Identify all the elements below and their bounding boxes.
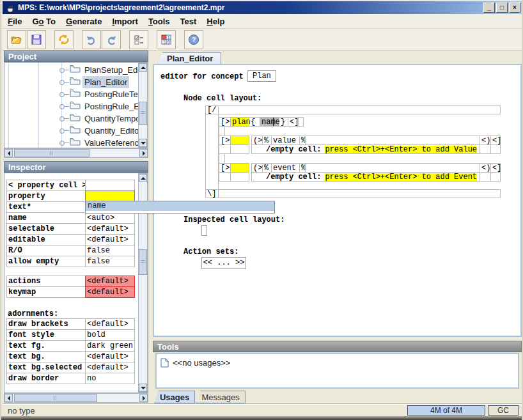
root-open-cell[interactable]: [/ <box>205 105 219 114</box>
tree-connector-icon[interactable] <box>59 116 65 121</box>
inspector-row[interactable]: keymap<default> <box>6 286 135 298</box>
tab-usages[interactable]: Usages <box>154 391 195 403</box>
percent-cell[interactable]: % <box>262 136 272 145</box>
action-sets-cell[interactable]: << ... >> <box>201 257 246 269</box>
help-button[interactable]: ? <box>184 30 203 49</box>
scroll-thumb[interactable] <box>139 102 147 125</box>
inspector-row[interactable]: actions<default> <box>6 276 135 287</box>
event-link-cell[interactable]: event <box>271 163 300 173</box>
empty-cell[interactable] <box>490 144 501 154</box>
tree-connector-icon[interactable] <box>59 104 65 109</box>
project-tree-vscrollbar[interactable] <box>138 63 148 148</box>
tree-connector-icon[interactable] <box>59 68 65 73</box>
collection-close-cell[interactable]: <] <box>490 136 501 145</box>
inspector-hscrollbar[interactable] <box>4 393 148 403</box>
project-tree-hscrollbar[interactable] <box>4 148 148 158</box>
empty-cell[interactable] <box>230 144 249 154</box>
empty-cell[interactable] <box>305 163 480 173</box>
close-button[interactable]: × <box>509 3 520 13</box>
title-bar[interactable]: MPS: E:\work\MPS\projects\agreement2\agr… <box>3 1 522 14</box>
redo-button[interactable] <box>102 30 121 49</box>
inspector-row[interactable]: < property cell > <box>6 180 135 191</box>
brace-open-cell[interactable]: { <box>249 117 260 127</box>
tree-connector-icon[interactable] <box>59 141 65 146</box>
child-collection-open-cell[interactable]: (> <box>251 136 263 145</box>
name-property-cell[interactable]: name <box>260 117 279 127</box>
child-collection-close-cell[interactable]: <) <box>480 163 491 173</box>
save-button[interactable] <box>27 30 46 49</box>
empty-cell[interactable] <box>219 153 225 164</box>
concept-name-cell[interactable]: Plan <box>247 70 276 82</box>
menu-tools[interactable]: Tools <box>143 17 175 26</box>
inspector-row[interactable]: name<auto> <box>6 212 135 224</box>
inspector-row[interactable]: text bg.selected<default> <box>6 362 135 373</box>
tree-connector-icon[interactable] <box>59 128 65 134</box>
actions-value-cell[interactable]: <default> <box>85 276 135 287</box>
scroll-right-button[interactable] <box>139 149 148 157</box>
tab-plan-editor[interactable]: Plan_Editor <box>157 52 221 65</box>
menu-goto[interactable]: Go To <box>27 17 61 26</box>
collection-open-cell[interactable]: [> <box>219 117 231 127</box>
empty-cell[interactable] <box>305 136 480 145</box>
tree-connector-icon[interactable] <box>59 80 65 85</box>
tree-item[interactable]: PostingRule_Edit <box>4 100 148 113</box>
node-cell-layout-table[interactable]: [/ [> plan { name } <] [> <box>205 105 501 198</box>
empty-cell[interactable] <box>218 189 501 198</box>
scroll-up-button[interactable] <box>139 174 147 182</box>
value-link-cell[interactable]: value <box>271 136 300 145</box>
tree-item[interactable]: PlanSetup_Edito <box>4 64 148 76</box>
scroll-up-button[interactable] <box>139 63 147 72</box>
empty-yellow-cell[interactable] <box>230 136 249 145</box>
child-collection-open-cell[interactable]: (> <box>251 163 263 173</box>
usages-view[interactable]: <<no usages>> <box>155 353 519 389</box>
options-button[interactable] <box>129 30 148 49</box>
empty-cell[interactable] <box>219 172 231 182</box>
empty-cell[interactable] <box>219 126 225 136</box>
inspected-empty-cell[interactable] <box>201 225 207 236</box>
refresh-button[interactable] <box>54 30 74 49</box>
plan-keyword-cell[interactable]: plan <box>230 117 249 127</box>
brace-close-cell[interactable]: } <box>279 117 288 127</box>
scroll-thumb[interactable] <box>139 249 147 275</box>
inspector-row[interactable]: text fg.dark green <box>6 340 135 352</box>
empty-cell[interactable] <box>230 172 249 182</box>
child-collection-close-cell[interactable]: <) <box>480 136 491 145</box>
tools-panel-header[interactable]: Tools <box>153 341 522 352</box>
inspector-panel-header[interactable]: Inspector <box>4 161 148 173</box>
collection-open-cell[interactable]: [> <box>219 136 231 145</box>
menu-generate[interactable]: Generate <box>61 17 107 26</box>
keymap-value-cell[interactable]: <default> <box>85 286 135 298</box>
empty-cell-hint[interactable]: /empty cell:press <Ctrl>+<Enter> to add … <box>251 172 480 182</box>
empty-cell[interactable] <box>490 172 501 182</box>
collection-close-cell[interactable]: <] <box>490 163 501 173</box>
empty-cell[interactable] <box>298 117 304 127</box>
percent-cell[interactable]: % <box>262 163 272 173</box>
tree-item[interactable]: Quantity_Editor <box>4 125 148 137</box>
inspector-row[interactable]: draw borderno <box>6 373 135 384</box>
minimize-button[interactable]: _ <box>483 3 495 13</box>
scroll-down-button[interactable] <box>139 139 147 147</box>
empty-cell[interactable] <box>218 105 501 114</box>
scroll-thumb[interactable] <box>14 394 97 402</box>
gc-button[interactable]: GC <box>488 405 519 416</box>
inspector-row[interactable]: text bg.<default> <box>6 351 135 362</box>
menu-import[interactable]: Import <box>107 17 143 26</box>
inspector-row[interactable]: selectable<default> <box>6 223 135 235</box>
scroll-right-button[interactable] <box>139 394 148 402</box>
undo-button[interactable] <box>82 30 101 49</box>
open-button[interactable] <box>7 30 26 49</box>
inspector-row[interactable]: editable<default> <box>6 234 135 245</box>
inspector-row[interactable]: font stylebold <box>6 329 135 341</box>
empty-cell[interactable] <box>219 144 231 154</box>
scroll-thumb[interactable] <box>14 149 90 157</box>
completion-popup[interactable]: name <box>85 201 275 214</box>
tree-connector-icon[interactable] <box>59 92 65 97</box>
scroll-left-button[interactable] <box>4 149 13 157</box>
empty-cell-hint[interactable]: /empty cell:press <Ctrl>+<Enter> to add … <box>251 144 480 154</box>
tree-item-selected[interactable]: Plan_Editor <box>4 76 148 88</box>
menu-test[interactable]: Test <box>175 17 202 26</box>
memory-indicator[interactable]: 4M of 4M <box>407 405 485 416</box>
menu-file[interactable]: File <box>3 17 27 26</box>
root-close-cell[interactable]: \] <box>205 189 219 198</box>
inspector-row[interactable]: R/Ofalse <box>6 245 135 256</box>
